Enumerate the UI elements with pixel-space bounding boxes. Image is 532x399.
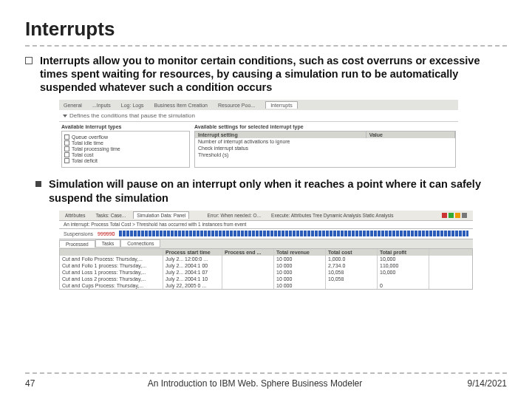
footer-date: 9/14/2021 [440,378,507,389]
progress-bar [119,231,468,236]
bullet-icon [35,181,41,187]
slide-title: Interrupts [25,18,507,47]
simulation-control-screenshot: AttributesTasks: Case...Simulation Data:… [59,211,473,290]
paragraph-1: Interrupts allow you to monitor certain … [40,54,507,94]
page-number: 47 [25,378,69,389]
footer-title: An Introduction to IBM Web. Sphere Busin… [69,378,440,389]
bullet-icon [25,57,33,64]
footer: 47 An Introduction to IBM Web. Sphere Bu… [25,372,507,389]
control-icons [439,212,470,219]
paragraph-2: Simulation will pause on an interrupt on… [49,177,507,204]
interrupt-settings-screenshot: General...InputsLog: LogsBusiness Item C… [59,100,458,170]
